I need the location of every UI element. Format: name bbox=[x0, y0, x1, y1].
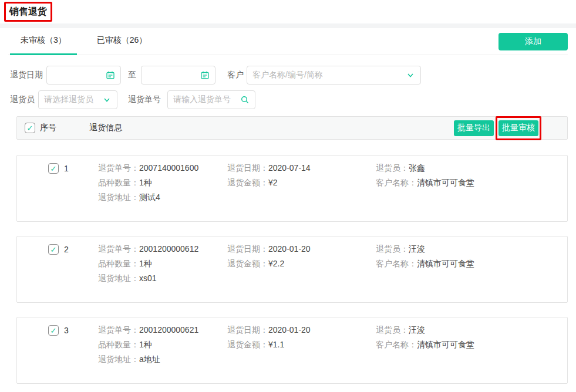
date-from-input[interactable] bbox=[46, 66, 121, 85]
returner-select-placeholder: 请选择退货员 bbox=[44, 94, 93, 105]
info-column-header: 退货信息 bbox=[89, 123, 122, 133]
customer-line: 客户名称：清镇市可可食堂 bbox=[376, 256, 567, 271]
address-field-label: 退货地址： bbox=[98, 354, 139, 364]
returner-label: 退货员 bbox=[10, 94, 35, 105]
order-no-value: 2001200000621 bbox=[139, 325, 198, 334]
batch-audit-button[interactable]: 批量审核 bbox=[498, 120, 538, 136]
customer-line: 客户名称：清镇市可可食堂 bbox=[376, 337, 567, 352]
address-value: a地址 bbox=[139, 354, 160, 364]
add-button[interactable]: 添加 bbox=[498, 33, 568, 50]
tab-bar: 未审核（3） 已审核（26） bbox=[8, 28, 568, 55]
page-title: 销售退货 bbox=[9, 6, 47, 18]
return-row: ✓ 3 退货单号：2001200000621 品种数量：1种 退货地址：a地址 … bbox=[16, 317, 568, 384]
address-value: 测试4 bbox=[139, 192, 160, 202]
order-no-placeholder: 请输入退货单号 bbox=[173, 94, 231, 105]
row-col-people: 退货员：张鑫 客户名称：清镇市可可食堂 bbox=[376, 161, 567, 190]
active-tab-underline bbox=[10, 53, 77, 55]
qty-value: 1种 bbox=[139, 178, 152, 187]
order-no-line: 退货单号：2001200000612 bbox=[98, 242, 227, 256]
amount-value: ¥2.2 bbox=[268, 259, 284, 268]
address-field-label: 退货地址： bbox=[98, 192, 139, 202]
address-field-label: 退货地址： bbox=[98, 273, 139, 283]
customer-label: 客户 bbox=[227, 70, 244, 80]
amount-field-label: 退货金额： bbox=[227, 340, 268, 349]
date-field-label: 退货日期： bbox=[227, 325, 268, 334]
date-line: 退货日期：2020-01-20 bbox=[227, 242, 376, 256]
return-row: ✓ 1 退货单号：2007140001600 品种数量：1种 退货地址：测试4 … bbox=[16, 155, 568, 222]
app-header: 销售退货 bbox=[0, 0, 576, 23]
qty-field-label: 品种数量： bbox=[98, 178, 139, 187]
search-icon[interactable] bbox=[240, 95, 250, 104]
customer-value: 清镇市可可食堂 bbox=[417, 259, 474, 268]
order-no-value: 2007140001600 bbox=[139, 163, 198, 173]
date-value: 2020-01-20 bbox=[268, 244, 311, 254]
customer-field-label: 客户名称： bbox=[376, 178, 417, 187]
row-index: 1 bbox=[64, 163, 98, 174]
row-checkbox[interactable]: ✓ bbox=[48, 325, 59, 336]
return-date-label: 退货日期 bbox=[10, 70, 43, 80]
tab-audited[interactable]: 已审核（26） bbox=[86, 35, 158, 55]
main-content: 未审核（3） 已审核（26） 添加 退货日期 至 bbox=[0, 28, 576, 384]
returner-select[interactable]: 请选择退货员 bbox=[38, 90, 117, 109]
date-field-label: 退货日期： bbox=[227, 163, 268, 173]
tab-audited-label: 已审核（26） bbox=[97, 35, 147, 45]
returner-line: 退货员：张鑫 bbox=[376, 161, 567, 175]
row-col-date: 退货日期：2020-07-14 退货金额：¥2 bbox=[227, 161, 376, 190]
tab-unaudited-label: 未审核（3） bbox=[21, 35, 66, 45]
row-col-date: 退货日期：2020-01-20 退货金额：¥2.2 bbox=[227, 242, 376, 271]
chevron-down-icon bbox=[406, 70, 415, 80]
row-index: 3 bbox=[64, 325, 98, 336]
date-to-input[interactable] bbox=[141, 66, 215, 85]
rows-container: ✓ 1 退货单号：2007140001600 品种数量：1种 退货地址：测试4 … bbox=[8, 155, 568, 384]
list-header: ✓ 序号 退货信息 批量导出 批量审核 bbox=[16, 116, 568, 140]
returner-value: 张鑫 bbox=[409, 163, 425, 173]
batch-audit-wrap: 批量审核 bbox=[498, 120, 538, 136]
row-col-main: 退货单号：2001200000621 品种数量：1种 退货地址：a地址 bbox=[98, 323, 227, 367]
returner-line: 退货员：汪浚 bbox=[376, 323, 567, 337]
checkmark-icon: ✓ bbox=[50, 165, 57, 173]
qty-line: 品种数量：1种 bbox=[98, 337, 227, 352]
returner-line: 退货员：汪浚 bbox=[376, 242, 567, 256]
row-col-people: 退货员：汪浚 客户名称：清镇市可可食堂 bbox=[376, 323, 567, 352]
order-no-line: 退货单号：2001200000621 bbox=[98, 323, 227, 337]
row-checkbox[interactable]: ✓ bbox=[48, 244, 59, 255]
calendar-icon[interactable] bbox=[106, 70, 115, 80]
checkmark-icon: ✓ bbox=[50, 327, 57, 334]
chevron-down-icon bbox=[102, 95, 112, 104]
row-col-main: 退货单号：2007140001600 品种数量：1种 退货地址：测试4 bbox=[98, 161, 227, 205]
filter-row-returner: 退货员 请选择退货员 退货单号 请输入退货单号 bbox=[8, 90, 568, 109]
filter-row-dates: 退货日期 至 bbox=[8, 66, 568, 85]
address-line: 退货地址：测试4 bbox=[98, 190, 227, 205]
page-title-text: 销售退货 bbox=[9, 6, 47, 16]
amount-value: ¥1.1 bbox=[268, 340, 284, 349]
customer-field-label: 客户名称： bbox=[376, 259, 417, 268]
return-row: ✓ 2 退货单号：2001200000612 品种数量：1种 退货地址：xs01… bbox=[16, 236, 568, 303]
order-no-value: 2001200000612 bbox=[139, 244, 198, 254]
customer-select-placeholder: 客户名称/编号/简称 bbox=[252, 70, 323, 80]
amount-line: 退货金额：¥2.2 bbox=[227, 256, 376, 271]
calendar-icon[interactable] bbox=[200, 70, 210, 80]
date-line: 退货日期：2020-07-14 bbox=[227, 161, 376, 175]
amount-line: 退货金额：¥1.1 bbox=[227, 337, 376, 352]
returner-field-label: 退货员： bbox=[376, 244, 409, 254]
customer-value: 清镇市可可食堂 bbox=[417, 340, 474, 349]
customer-select[interactable]: 客户名称/编号/简称 bbox=[247, 66, 421, 85]
select-all-checkbox[interactable]: ✓ bbox=[25, 123, 35, 133]
customer-value: 清镇市可可食堂 bbox=[417, 178, 474, 187]
qty-field-label: 品种数量： bbox=[98, 340, 139, 349]
row-checkbox[interactable]: ✓ bbox=[48, 163, 59, 174]
qty-field-label: 品种数量： bbox=[98, 259, 139, 268]
batch-export-button[interactable]: 批量导出 bbox=[454, 120, 494, 136]
order-no-field-label: 退货单号： bbox=[98, 244, 139, 254]
amount-field-label: 退货金额： bbox=[227, 259, 268, 268]
batch-button-group: 批量导出 批量审核 bbox=[454, 120, 538, 136]
checkmark-icon: ✓ bbox=[27, 124, 33, 132]
tab-unaudited[interactable]: 未审核（3） bbox=[10, 35, 77, 55]
index-column-header: 序号 bbox=[40, 123, 56, 133]
order-no-label: 退货单号 bbox=[128, 94, 161, 105]
returner-value: 汪浚 bbox=[409, 244, 425, 254]
checkmark-icon: ✓ bbox=[50, 246, 57, 254]
row-col-people: 退货员：汪浚 客户名称：清镇市可可食堂 bbox=[376, 242, 567, 271]
returner-field-label: 退货员： bbox=[376, 163, 409, 173]
order-no-input[interactable]: 请输入退货单号 bbox=[167, 90, 255, 109]
